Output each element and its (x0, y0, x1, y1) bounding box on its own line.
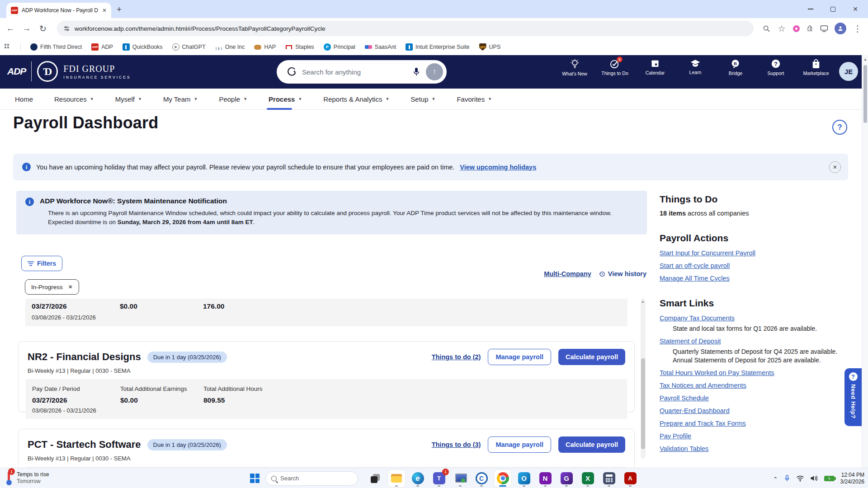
bookmark-hap[interactable]: HAP (254, 44, 276, 50)
menu-support[interactable]: ? Support (762, 59, 790, 76)
extensions-puzzle-icon[interactable] (806, 25, 814, 33)
apps-grid-icon[interactable] (5, 44, 11, 50)
user-avatar[interactable]: JE (839, 62, 858, 81)
bookmark-chatgpt[interactable]: ✳ChatGPT (172, 43, 206, 51)
bookmark-quickbooks[interactable]: QuickBooks (123, 43, 163, 51)
menu-whats-new[interactable]: What's New (561, 59, 589, 76)
window-maximize-button[interactable] (830, 7, 835, 12)
manage-payroll-button[interactable]: Manage payroll (488, 436, 551, 453)
mic-icon[interactable] (412, 67, 420, 77)
nav-resources[interactable]: Resources▼ (54, 89, 94, 110)
smart-link-total-hours-worked[interactable]: Total Hours Worked on Pay Statements (660, 369, 849, 376)
back-icon[interactable]: ← (5, 23, 15, 33)
excel-button[interactable]: X (579, 470, 596, 487)
smart-link-statement-of-deposit[interactable]: Statement of Deposit (660, 338, 849, 345)
filter-chip-in-progress[interactable]: In-Progress ✕ (25, 279, 79, 295)
manage-payroll-button[interactable]: Manage payroll (488, 349, 551, 365)
window-close-button[interactable]: ✕ (853, 5, 858, 13)
bookmark-fifth-third[interactable]: Fifth Third Direct (30, 43, 82, 51)
chip-remove-icon[interactable]: ✕ (68, 284, 73, 290)
reload-icon[interactable]: ↻ (38, 23, 48, 34)
taskbar-search[interactable] (265, 471, 358, 486)
smart-link-payroll-schedule[interactable]: Payroll Schedule (660, 394, 849, 402)
view-upcoming-holidays-link[interactable]: View upcoming holidays (460, 164, 536, 171)
mic-tray-icon[interactable] (784, 474, 790, 483)
things-to-do-link[interactable]: Things to do (2) (432, 353, 481, 361)
action-link-manage-time-cycles[interactable]: Manage All Time Cycles (660, 275, 849, 282)
purple-g-app-button[interactable]: G (558, 470, 575, 487)
tab-close-icon[interactable]: ✕ (102, 7, 107, 14)
nav-setup[interactable]: Setup▼ (410, 89, 435, 110)
bookmark-adp[interactable]: ADPADP (91, 43, 113, 51)
device-icon[interactable] (820, 25, 828, 32)
address-bar[interactable]: workforcenow.adp.com/theme/admin.html#/P… (57, 21, 754, 36)
calculate-payroll-button[interactable]: Calculate payroll (558, 436, 625, 453)
outlook-button[interactable]: O (515, 470, 533, 487)
bookmark-star-icon[interactable]: ☆ (777, 23, 787, 34)
teams-button[interactable]: T1 (430, 470, 448, 487)
browser-menu-icon[interactable]: ⋮ (853, 23, 863, 34)
onenote-button[interactable]: N (537, 470, 554, 487)
new-tab-button[interactable]: + (117, 5, 122, 14)
bookmark-saasant[interactable]: SaasAnt (365, 44, 396, 50)
browser-tab[interactable]: ADP ADP Workforce Now - Payroll D ✕ (6, 3, 111, 18)
filters-button[interactable]: Filters (21, 256, 62, 271)
speaker-icon[interactable] (810, 475, 818, 482)
tray-chevron-icon[interactable]: ⌃ (773, 476, 778, 483)
nav-favorites[interactable]: Favorites▼ (457, 89, 492, 110)
calculate-payroll-button[interactable]: Calculate payroll (558, 349, 625, 365)
acrobat-button[interactable]: A (622, 470, 639, 487)
nav-process[interactable]: Process▼ (269, 89, 302, 110)
window-minimize-button[interactable] (808, 9, 813, 9)
chrome-button[interactable] (494, 470, 511, 487)
scroll-up-icon[interactable]: ▲ (641, 300, 645, 304)
taskbar-search-input[interactable] (280, 475, 344, 482)
need-help-tab[interactable]: ? Need Help? (844, 368, 862, 426)
menu-calendar[interactable]: Calendar (641, 59, 669, 76)
menu-bridge[interactable]: B Bridge (722, 59, 750, 76)
nav-people[interactable]: People▼ (219, 89, 247, 110)
wifi-icon[interactable] (796, 475, 804, 482)
smart-link-validation-tables[interactable]: Validation Tables (660, 445, 849, 452)
page-help-button[interactable]: ? (832, 120, 847, 135)
smart-link-tax-notices[interactable]: Tax Notices and Amendments (660, 382, 849, 389)
task-view-button[interactable] (367, 470, 384, 487)
list-scrollbar[interactable]: ▲ (641, 299, 646, 459)
things-to-do-link[interactable]: Things to do (3) (432, 441, 481, 448)
zoom-icon[interactable] (763, 25, 770, 33)
view-history-link[interactable]: View history (599, 270, 646, 277)
scrollbar-thumb[interactable] (863, 65, 867, 123)
action-link-concurrent-payroll[interactable]: Start Input for Concurrent Payroll (660, 249, 849, 257)
calculator-button[interactable] (600, 470, 618, 487)
scroll-up-icon[interactable]: ▲ (863, 57, 867, 61)
extension-icon-pink[interactable] (793, 25, 800, 32)
bookmark-intuit[interactable]: Intuit Enterprise Suite (406, 43, 470, 51)
smart-link-pay-profile[interactable]: Pay Profile (660, 432, 849, 440)
global-search[interactable]: ↑ (277, 60, 447, 84)
weather-widget[interactable]: 1 Temps to rise Tomorrow (4, 470, 49, 485)
bookmark-staples[interactable]: Staples (285, 43, 314, 51)
bookmark-one-inc[interactable]: ╷╻╷One Inc (215, 43, 245, 51)
bookmark-ups[interactable]: UPSUPS (479, 43, 501, 51)
action-link-off-cycle-payroll[interactable]: Start an off-cycle payroll (660, 262, 849, 269)
multi-company-link[interactable]: Multi-Company (544, 270, 591, 277)
c-app-button[interactable]: C (473, 470, 490, 487)
bookmark-principal[interactable]: PPrincipal (324, 43, 355, 51)
nav-my-team[interactable]: My Team▼ (163, 89, 198, 110)
smart-link-company-tax-documents[interactable]: Company Tax Documents (660, 314, 849, 322)
menu-things-to-do[interactable]: 8 Things to Do (601, 59, 629, 76)
start-button[interactable] (250, 474, 259, 483)
nav-myself[interactable]: Myself▼ (115, 89, 142, 110)
browser-profile-avatar[interactable] (835, 23, 846, 34)
site-settings-icon[interactable] (63, 25, 70, 32)
battery-icon[interactable]: ϟ (824, 476, 835, 481)
smart-link-quarter-end-dashboard[interactable]: Quarter-End Dashboard (660, 407, 849, 414)
search-input[interactable] (302, 68, 407, 76)
edge-button[interactable]: e (409, 470, 426, 487)
smart-link-prepare-track-tax-forms[interactable]: Prepare and Track Tax Forms (660, 420, 849, 427)
nav-home[interactable]: Home (15, 89, 33, 110)
menu-learn[interactable]: Learn (681, 59, 709, 76)
system-app-button[interactable] (452, 470, 469, 487)
menu-marketplace[interactable]: Marketplace (802, 59, 830, 76)
nav-reports-analytics[interactable]: Reports & Analytics▼ (323, 89, 389, 110)
